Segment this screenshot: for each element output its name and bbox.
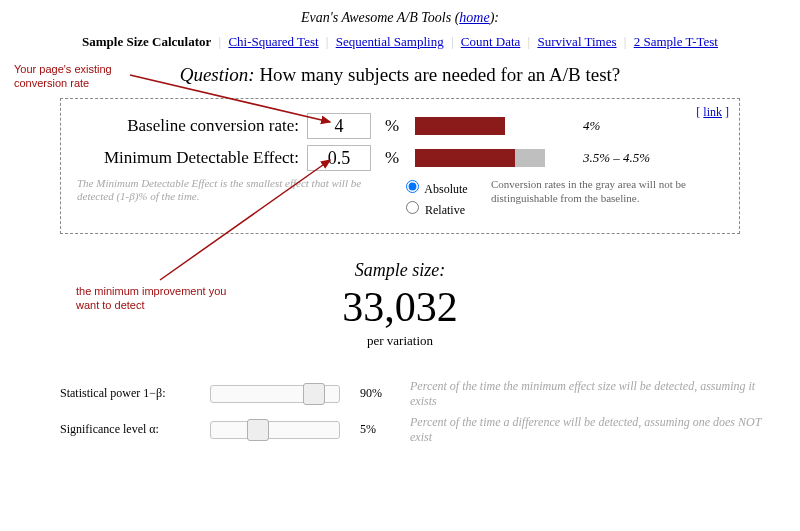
result-value: 33,032 bbox=[20, 283, 780, 331]
mde-bar bbox=[415, 149, 565, 167]
mde-input[interactable] bbox=[307, 145, 371, 171]
site-header: Evan's Awesome A/B Tools (home): bbox=[20, 10, 780, 26]
percent-sign: % bbox=[385, 148, 399, 168]
mde-help-text: The Minimum Detectable Effect is the sma… bbox=[77, 177, 377, 203]
power-slider[interactable] bbox=[210, 385, 340, 403]
site-title: Evan's Awesome A/B Tools bbox=[301, 10, 451, 25]
baseline-row: Baseline conversion rate: % 4% bbox=[77, 113, 723, 139]
nav-survival-times[interactable]: Survival Times bbox=[537, 34, 616, 49]
question-heading: Question: How many subjects are needed f… bbox=[20, 64, 780, 86]
permalink: [ link ] bbox=[696, 105, 729, 120]
tool-nav: Sample Size Calculator | Chi-Squared Tes… bbox=[20, 34, 780, 50]
alpha-desc: Percent of the time a difference will be… bbox=[410, 415, 780, 445]
absolute-radio[interactable] bbox=[406, 180, 419, 193]
baseline-input[interactable] bbox=[307, 113, 371, 139]
permalink-link[interactable]: link bbox=[703, 105, 722, 119]
power-value: 90% bbox=[360, 386, 410, 401]
nav-chi-squared[interactable]: Chi-Squared Test bbox=[228, 34, 318, 49]
input-panel: [ link ] Baseline conversion rate: % 4% … bbox=[60, 98, 740, 234]
alpha-row: Significance level α: 5% Percent of the … bbox=[60, 415, 780, 445]
mde-bar-label: 3.5% – 4.5% bbox=[583, 150, 650, 166]
alpha-value: 5% bbox=[360, 422, 410, 437]
mde-label: Minimum Detectable Effect: bbox=[77, 148, 307, 168]
nav-sequential-sampling[interactable]: Sequential Sampling bbox=[336, 34, 444, 49]
power-desc: Percent of the time the minimum effect s… bbox=[410, 379, 780, 409]
percent-sign: % bbox=[385, 116, 399, 136]
home-link[interactable]: home bbox=[459, 10, 489, 25]
alpha-slider[interactable] bbox=[210, 421, 340, 439]
baseline-bar bbox=[415, 117, 565, 135]
question-label: Question: bbox=[180, 64, 255, 85]
relative-radio-label[interactable]: Relative bbox=[401, 198, 491, 219]
relative-radio[interactable] bbox=[406, 201, 419, 214]
alpha-label: Significance level α: bbox=[60, 422, 210, 437]
nav-2-sample-t-test[interactable]: 2 Sample T-Test bbox=[634, 34, 718, 49]
effect-type-radios: Absolute Relative bbox=[401, 177, 491, 219]
result-block: Sample size: 33,032 per variation bbox=[20, 260, 780, 349]
absolute-radio-label[interactable]: Absolute bbox=[401, 177, 491, 198]
result-label: Sample size: bbox=[20, 260, 780, 281]
question-text: How many subjects are needed for an A/B … bbox=[259, 64, 620, 85]
result-per-variation: per variation bbox=[20, 333, 780, 349]
power-label: Statistical power 1−β: bbox=[60, 386, 210, 401]
gray-area-note: Conversion rates in the gray area will n… bbox=[491, 177, 723, 206]
baseline-label: Baseline conversion rate: bbox=[77, 116, 307, 136]
mde-row: Minimum Detectable Effect: % 3.5% – 4.5% bbox=[77, 145, 723, 171]
baseline-bar-label: 4% bbox=[583, 118, 600, 134]
power-row: Statistical power 1−β: 90% Percent of th… bbox=[60, 379, 780, 409]
nav-count-data[interactable]: Count Data bbox=[461, 34, 521, 49]
helper-row: The Minimum Detectable Effect is the sma… bbox=[77, 177, 723, 219]
nav-current: Sample Size Calculator bbox=[82, 34, 211, 49]
